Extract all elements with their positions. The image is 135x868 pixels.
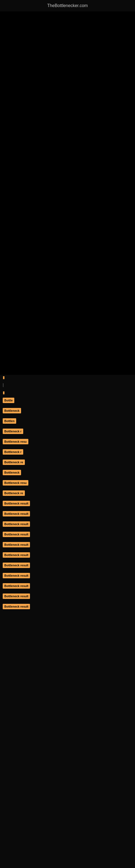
bottleneck-badge-12[interactable]: Bottleneck result (3, 511, 30, 517)
bottleneck-badge-9[interactable]: Bottleneck resu (3, 480, 28, 486)
bottleneck-badge-10[interactable]: Bottleneck re (3, 490, 25, 496)
bottleneck-badge-16[interactable]: Bottleneck result (3, 552, 30, 558)
pipe-indicator: | (3, 383, 4, 387)
bottleneck-badge-14[interactable]: Bottleneck result (3, 532, 30, 537)
bottleneck-badge-3[interactable]: Bottlen (3, 418, 16, 424)
bottleneck-badge-11[interactable]: Bottleneck result (3, 501, 30, 506)
bottleneck-badge-20[interactable]: Bottleneck result (3, 593, 30, 599)
cursor-indicator: ▮ (3, 375, 5, 379)
bottleneck-badge-7[interactable]: Bottleneck re (3, 460, 25, 465)
bottleneck-badge-8[interactable]: Bottleneck (3, 470, 21, 475)
bottleneck-badge-4[interactable]: Bottleneck r (3, 429, 23, 434)
bottleneck-badge-6[interactable]: Bottleneck r (3, 449, 23, 455)
bottleneck-badge-19[interactable]: Bottleneck result (3, 583, 30, 589)
bottleneck-badge-15[interactable]: Bottleneck result (3, 542, 30, 547)
orange-block-indicator: ▮ (3, 390, 5, 395)
bottleneck-badge-5[interactable]: Bottleneck resu (3, 439, 28, 444)
bottleneck-badge-1[interactable]: Bottle (3, 398, 14, 403)
bottleneck-badge-2[interactable]: Bottleneck (3, 408, 21, 413)
bottleneck-badge-21[interactable]: Bottleneck result (3, 604, 30, 609)
bottleneck-badge-18[interactable]: Bottleneck result (3, 573, 30, 578)
site-title: TheBottlenecker.com (0, 0, 135, 11)
bottleneck-badge-13[interactable]: Bottleneck result (3, 521, 30, 527)
bottleneck-badge-17[interactable]: Bottleneck result (3, 563, 30, 568)
